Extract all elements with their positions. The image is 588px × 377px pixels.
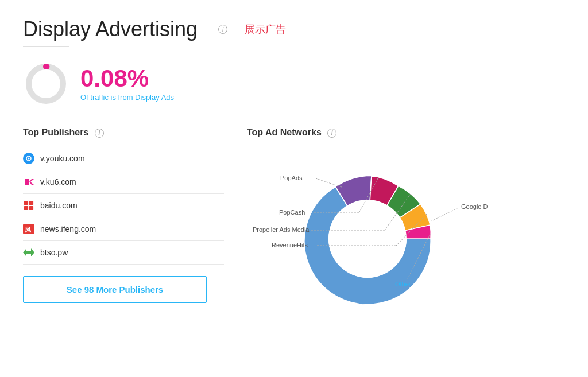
traffic-subtitle: Of traffic is from Display Ads [80,93,174,102]
publisher-icon-baidu [23,200,34,211]
chinese-label: 展示广告 [245,22,286,36]
svg-text:Propeller Ads Media: Propeller Ads Media [253,226,310,233]
publisher-icon-youku [23,153,34,164]
svg-line-14 [431,207,459,221]
ad-networks-info-icon[interactable]: i [327,129,336,138]
svg-text:RevenueHits: RevenueHits [272,242,308,248]
ad-networks-section: Top Ad Networks i [247,127,565,331]
display-ads-link[interactable]: Display Ads [135,93,174,102]
publisher-name: btso.pw [40,248,68,257]
publisher-name: news.ifeng.com [40,224,96,234]
publisher-list: v.youku.com v.ku6.com baidu.com [23,147,224,265]
svg-rect-8 [29,206,33,210]
page-title: Display Advertising [23,17,198,41]
svg-text:PopCash: PopCash [279,209,305,216]
ad-networks-chart: Google Display Network PopAds PopCash Pr… [247,147,488,331]
donut-chart-svg: Google Display Network PopAds PopCash Pr… [247,147,488,331]
traffic-section: 0.08% Of traffic is from Display Ads [23,61,565,107]
traffic-percent: 0.08% [80,67,174,91]
publishers-info-icon[interactable]: i [95,129,104,138]
svg-rect-7 [24,206,28,210]
traffic-donut-chart [23,61,69,107]
svg-point-4 [28,158,30,160]
svg-text:Other: Other [395,281,411,287]
publisher-name: baidu.com [40,201,78,210]
ad-networks-section-title: Top Ad Networks i [247,127,565,138]
publishers-section: Top Publishers i v.youku.com v.ku6.com [23,127,224,331]
list-item: btso.pw [23,241,224,265]
publisher-icon-btso [23,247,34,258]
svg-point-13 [328,200,407,278]
list-item: baidu.com [23,194,224,217]
svg-line-16 [316,178,342,187]
svg-point-0 [29,67,63,101]
see-more-publishers-button[interactable]: See 98 More Publishers [23,276,207,303]
publishers-section-title: Top Publishers i [23,127,224,138]
svg-rect-6 [29,201,33,205]
publisher-icon-ku6 [23,176,34,188]
publisher-icon-ifeng: 凤 [23,223,34,235]
header-divider [23,46,69,47]
svg-rect-5 [24,201,28,205]
publisher-name: v.youku.com [40,154,85,163]
svg-text:PopAds: PopAds [280,174,303,181]
publisher-name: v.ku6.com [40,177,76,186]
list-item: v.ku6.com [23,170,224,194]
page-header: Display Advertising i 展示广告 [23,17,565,41]
list-item: 凤 news.ifeng.com [23,217,224,241]
main-content: Top Publishers i v.youku.com v.ku6.com [23,127,565,331]
traffic-text: 0.08% Of traffic is from Display Ads [80,67,174,102]
list-item: v.youku.com [23,147,224,170]
header-info-icon[interactable]: i [218,25,227,34]
svg-marker-11 [23,248,34,256]
svg-text:Google Display Network: Google Display Network [461,203,488,210]
svg-text:凤: 凤 [24,226,31,233]
